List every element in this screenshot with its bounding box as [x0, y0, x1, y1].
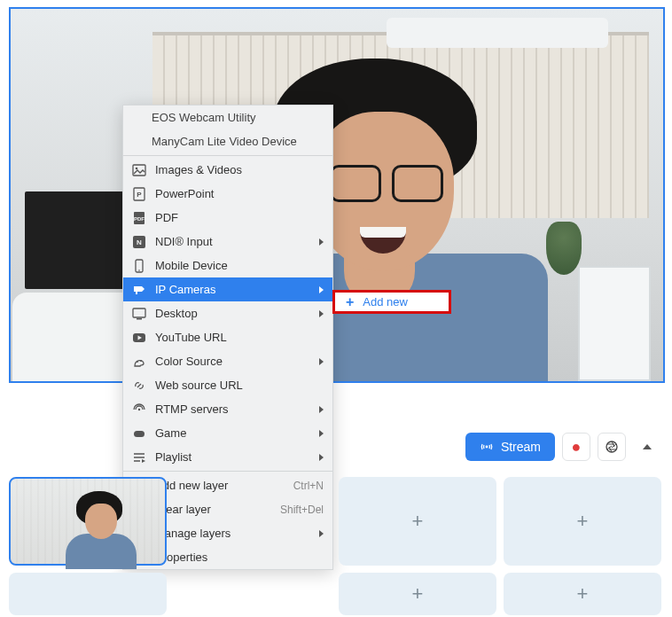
background-cabinet [578, 266, 651, 381]
menu-item-ndi[interactable]: N NDI® Input [123, 230, 332, 254]
menu-item-color[interactable]: Color Source [123, 349, 332, 373]
svg-point-21 [485, 446, 488, 449]
svg-text:N: N [137, 238, 142, 246]
menu-item-desktop[interactable]: Desktop [123, 301, 332, 325]
plus-icon: + [577, 582, 589, 605]
menu-item-label: Color Source [155, 355, 223, 368]
svg-point-22 [606, 441, 617, 452]
menu-item-label: Desktop [155, 307, 198, 320]
svg-rect-12 [137, 318, 142, 320]
chevron-right-icon [319, 406, 324, 413]
menu-item-label: PDF [155, 211, 178, 224]
preset-thumbnails: + + + + [9, 477, 668, 615]
chevron-right-icon [319, 310, 324, 317]
submenu-label: Add new [363, 295, 408, 308]
svg-text:P: P [137, 191, 142, 199]
menu-item-rtmp[interactable]: RTMP servers [123, 397, 332, 421]
snapshot-button[interactable] [598, 433, 626, 461]
menu-item-label: IP Cameras [155, 283, 215, 296]
powerpoint-icon: P [132, 187, 146, 201]
menu-item-label: Web source URL [155, 379, 243, 392]
desktop-icon [132, 307, 146, 321]
menu-item-label: YouTube URL [155, 331, 227, 344]
menu-item-mobile[interactable]: Mobile Device [123, 254, 332, 277]
menu-item-pdf[interactable]: PDF PDF [123, 206, 332, 230]
chevron-right-icon [319, 286, 324, 293]
plus-icon: + [412, 582, 424, 605]
chevron-right-icon [319, 238, 324, 246]
menu-item-label: Mobile Device [155, 259, 228, 272]
menu-item-label: PowerPoint [155, 187, 214, 200]
svg-point-9 [138, 269, 140, 271]
color-icon [132, 355, 146, 369]
plus-icon: + [577, 510, 589, 533]
svg-text:PDF: PDF [134, 216, 145, 222]
preset-slot-1[interactable] [9, 477, 167, 566]
background-plant [546, 222, 582, 275]
submenu-add-new[interactable]: + Add new [332, 290, 451, 314]
youtube-icon [132, 331, 146, 345]
collapse-button[interactable] [633, 433, 661, 461]
menu-item-web[interactable]: Web source URL [123, 373, 332, 397]
svg-point-14 [137, 361, 138, 363]
menu-item-images[interactable]: Images & Videos [123, 158, 332, 182]
menu-item-youtube[interactable]: YouTube URL [123, 325, 332, 349]
broadcast-icon [480, 440, 494, 454]
aperture-icon [605, 440, 619, 454]
link-icon [132, 379, 146, 393]
menu-divider [123, 471, 332, 472]
svg-rect-11 [133, 308, 145, 317]
menu-header-eos[interactable]: EOS Webcam Utility [123, 105, 332, 129]
chevron-up-icon [643, 444, 652, 449]
plus-icon: + [346, 294, 354, 310]
toolbar: Stream ● [0, 427, 672, 466]
menu-header-label: ManyCam Lite Video Device [152, 135, 297, 148]
menu-item-powerpoint[interactable]: P PowerPoint [123, 182, 332, 206]
background-ac [387, 18, 608, 48]
image-icon [132, 163, 146, 177]
preset-thumbnail-content [73, 491, 135, 567]
menu-item-label: NDI® Input [155, 235, 213, 248]
menu-item-label: RTMP servers [155, 402, 229, 416]
menu-header-manycam[interactable]: ManyCam Lite Video Device [123, 129, 332, 153]
preset-slot-3[interactable]: + [339, 477, 496, 566]
rtmp-icon [132, 402, 146, 417]
preset-slot-7[interactable]: + [339, 573, 496, 615]
preset-slot-8[interactable]: + [504, 573, 661, 615]
svg-point-16 [138, 408, 140, 410]
svg-point-15 [140, 360, 142, 362]
ip-camera-icon [132, 283, 146, 297]
menu-header-label: EOS Webcam Utility [152, 111, 256, 124]
record-icon: ● [572, 438, 582, 457]
ndi-icon: N [132, 235, 146, 249]
menu-item-label: Images & Videos [155, 163, 242, 176]
stream-button[interactable]: Stream [465, 433, 555, 461]
mobile-icon [132, 259, 146, 273]
preset-slot-4[interactable]: + [504, 477, 661, 566]
pdf-icon: PDF [132, 211, 146, 225]
menu-divider [123, 155, 332, 156]
plus-icon: + [412, 510, 424, 533]
preset-slot-5[interactable] [9, 573, 167, 615]
chevron-right-icon [319, 358, 324, 365]
stream-button-label: Stream [501, 440, 541, 454]
svg-rect-10 [136, 292, 137, 294]
menu-item-ip-cameras[interactable]: IP Cameras [123, 277, 332, 301]
record-button[interactable]: ● [562, 433, 590, 461]
video-preview[interactable] [9, 7, 665, 383]
svg-point-1 [136, 167, 138, 169]
